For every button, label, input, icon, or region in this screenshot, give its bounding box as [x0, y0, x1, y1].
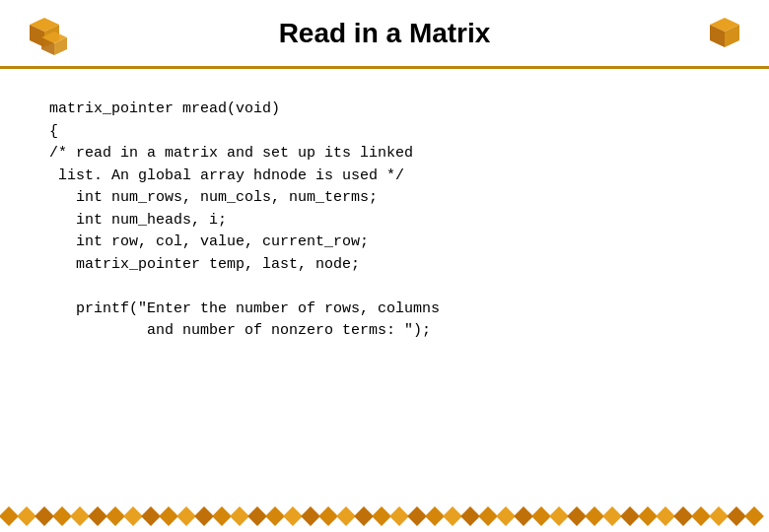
logo-right: [700, 10, 749, 63]
svg-rect-28: [265, 506, 285, 526]
header: Read in a Matrix: [0, 0, 769, 69]
code-block: matrix_pointer mread(void) { /* read in …: [49, 99, 720, 343]
svg-rect-53: [709, 506, 729, 526]
slide: Read in a Matrix matrix_pointer mread(vo…: [0, 0, 769, 532]
svg-rect-18: [88, 506, 107, 526]
diamond-pattern-icon: [0, 504, 769, 532]
svg-rect-50: [656, 506, 675, 526]
svg-rect-47: [602, 506, 622, 526]
svg-rect-29: [283, 506, 303, 526]
cube-right-icon: [700, 10, 749, 59]
svg-rect-36: [407, 506, 427, 526]
svg-rect-21: [141, 506, 161, 526]
svg-rect-26: [230, 506, 249, 526]
svg-rect-25: [212, 506, 232, 526]
svg-rect-48: [620, 506, 640, 526]
svg-rect-34: [372, 506, 391, 526]
svg-rect-46: [585, 506, 604, 526]
svg-rect-20: [123, 506, 143, 526]
slide-title: Read in a Matrix: [279, 18, 491, 49]
svg-rect-44: [549, 506, 569, 526]
svg-rect-27: [247, 506, 267, 526]
svg-rect-30: [301, 506, 320, 526]
svg-rect-39: [460, 506, 480, 526]
svg-rect-24: [194, 506, 214, 526]
svg-rect-23: [176, 506, 196, 526]
content-area: matrix_pointer mread(void) { /* read in …: [0, 69, 769, 504]
svg-rect-42: [514, 506, 533, 526]
svg-rect-32: [336, 506, 356, 526]
svg-rect-14: [17, 506, 36, 526]
svg-rect-54: [727, 506, 746, 526]
svg-rect-19: [105, 506, 125, 526]
svg-rect-51: [673, 506, 693, 526]
svg-rect-43: [531, 506, 551, 526]
svg-rect-22: [159, 506, 178, 526]
svg-rect-15: [35, 506, 54, 526]
svg-rect-41: [496, 506, 516, 526]
cube-left-icon: [20, 10, 69, 59]
svg-rect-40: [478, 506, 498, 526]
svg-rect-55: [744, 506, 764, 526]
svg-rect-13: [0, 506, 19, 526]
svg-rect-17: [70, 506, 90, 526]
svg-rect-31: [318, 506, 338, 526]
svg-rect-35: [389, 506, 409, 526]
svg-rect-33: [354, 506, 374, 526]
svg-rect-52: [691, 506, 711, 526]
svg-rect-37: [425, 506, 445, 526]
svg-rect-38: [443, 506, 462, 526]
svg-rect-45: [567, 506, 587, 526]
svg-rect-16: [52, 506, 72, 526]
svg-rect-49: [638, 506, 658, 526]
bottom-decoration: [0, 504, 769, 532]
logo-left: [20, 10, 69, 63]
